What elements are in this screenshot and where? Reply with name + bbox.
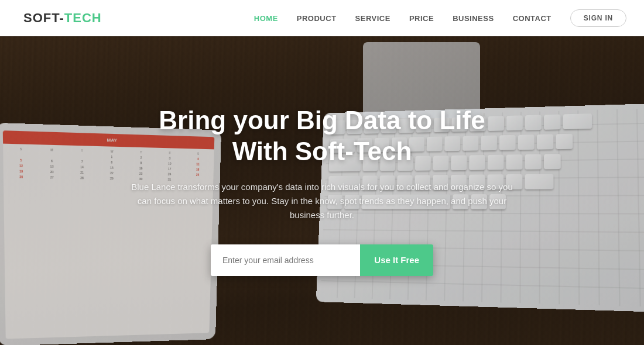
hero-cta-container: Use It Free [211, 244, 433, 276]
nav-item-contact[interactable]: CONTACT [513, 13, 551, 23]
nav-link-contact[interactable]: CONTACT [513, 14, 551, 23]
email-input[interactable] [211, 244, 360, 276]
nav-link-price[interactable]: PRICE [409, 14, 434, 23]
hero-section: MAY SM TW TF S 1 23 4 56 78 910 11 1213 … [0, 36, 644, 345]
nav-item-service[interactable]: SERVICE [355, 13, 390, 23]
nav-item-signin[interactable]: SIGN IN [570, 9, 626, 27]
nav-link-business[interactable]: BUSINESS [453, 14, 494, 23]
logo-tech: TECH [64, 11, 102, 25]
hero-content: Bring your Big Data to Life With Soft-Te… [117, 105, 527, 276]
nav-link-service[interactable]: SERVICE [355, 14, 390, 23]
hero-subtitle: Blue Lance transforms your company's dat… [129, 180, 515, 222]
hero-background: MAY SM TW TF S 1 23 4 56 78 910 11 1213 … [0, 36, 644, 345]
nav-item-product[interactable]: PRODUCT [297, 13, 337, 23]
navbar: SOFT-TECH HOME PRODUCT SERVICE PRICE BUS… [0, 0, 644, 36]
nav-item-home[interactable]: HOME [254, 13, 278, 23]
nav-link-product[interactable]: PRODUCT [297, 14, 337, 23]
signin-button[interactable]: SIGN IN [570, 9, 626, 27]
logo-soft: SOFT- [23, 11, 64, 25]
logo: SOFT-TECH [23, 11, 102, 26]
nav-item-price[interactable]: PRICE [409, 13, 434, 23]
hero-title: Bring your Big Data to Life With Soft-Te… [129, 105, 515, 167]
use-free-button[interactable]: Use It Free [360, 244, 433, 276]
nav-links: HOME PRODUCT SERVICE PRICE BUSINESS CONT… [254, 9, 626, 27]
nav-item-business[interactable]: BUSINESS [453, 13, 494, 23]
nav-link-home[interactable]: HOME [254, 14, 278, 23]
